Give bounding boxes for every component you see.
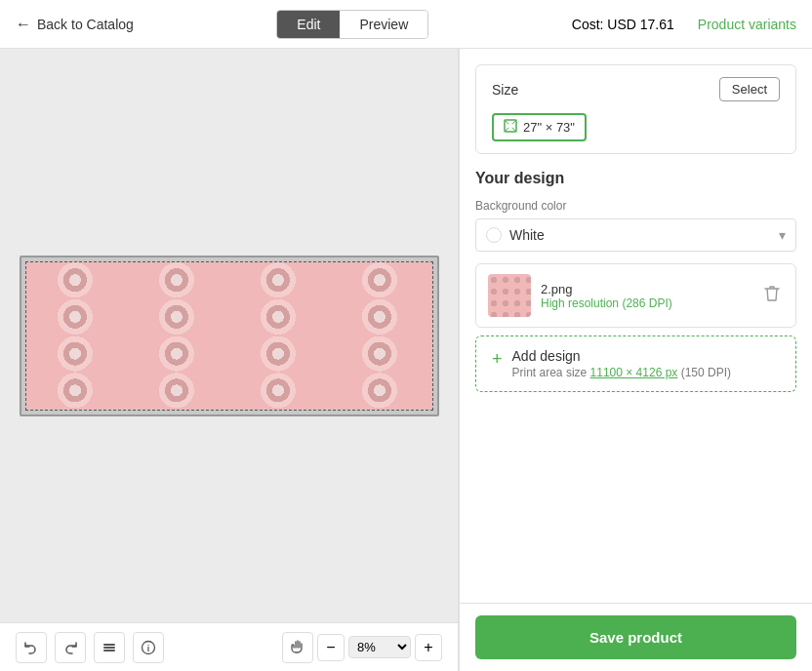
rug-container [20, 256, 439, 416]
canvas-column: i − 8% 25% 50% 100% + [0, 49, 458, 671]
right-panel-bottom: Save product [460, 603, 812, 671]
canvas-area [0, 49, 458, 622]
main-content: i − 8% 25% 50% 100% + [0, 49, 812, 671]
size-select-button[interactable]: Select [719, 77, 780, 101]
bg-color-label: Background color [475, 199, 796, 213]
add-design-note-suffix: (150 DPI) [677, 366, 731, 379]
print-area-link[interactable]: 11100 × 4126 px [590, 366, 678, 379]
header-right: Cost: USD 17.61 Product variants [572, 17, 796, 32]
design-thumbnail [488, 274, 531, 317]
add-design-box[interactable]: + Add design Print area size 11100 × 412… [475, 336, 796, 392]
edit-preview-toggle: Edit Preview [276, 10, 428, 39]
svg-rect-2 [103, 650, 115, 651]
back-label: Back to Catalog [37, 17, 134, 32]
bg-color-value: White [509, 227, 545, 243]
design-filename: 2.png [541, 282, 751, 296]
back-arrow-icon: ← [16, 16, 31, 33]
undo-button[interactable] [16, 632, 47, 663]
top-bar: ← Back to Catalog Edit Preview Cost: USD… [0, 0, 812, 49]
your-design-section: Your design Background color White ▾ 2. [475, 170, 796, 392]
bottom-toolbar: i − 8% 25% 50% 100% + [0, 622, 458, 671]
your-design-title: Your design [475, 170, 796, 187]
size-option[interactable]: 27" × 73" [492, 113, 587, 141]
redo-button[interactable] [55, 632, 86, 663]
design-thumbnail-pattern [488, 274, 531, 317]
design-resolution: High resolution (286 DPI) [541, 296, 751, 310]
dropdown-arrow-icon: ▾ [779, 227, 786, 243]
zoom-out-button[interactable]: − [317, 634, 345, 661]
product-variants-link[interactable]: Product variants [698, 17, 796, 32]
zoom-select[interactable]: 8% 25% 50% 100% [348, 636, 411, 658]
save-product-button[interactable]: Save product [475, 615, 796, 659]
design-file-item: 2.png High resolution (286 DPI) [475, 263, 796, 328]
right-panel-content: Size Select 27" × 73" Your design Backgr… [460, 49, 812, 603]
add-design-note-prefix: Print area size [512, 366, 590, 379]
hand-tool-button[interactable] [282, 632, 313, 663]
svg-text:i: i [147, 644, 150, 653]
svg-rect-0 [103, 644, 115, 646]
info-button[interactable]: i [133, 632, 164, 663]
zoom-controls: − 8% 25% 50% 100% + [282, 632, 442, 663]
size-label: Size [492, 82, 518, 98]
back-to-catalog-link[interactable]: ← Back to Catalog [16, 16, 134, 33]
bg-color-select[interactable]: White ▾ [475, 218, 796, 252]
preview-button[interactable]: Preview [340, 11, 427, 38]
cost-label: Cost: USD 17.61 [572, 17, 674, 32]
zoom-in-button[interactable]: + [415, 634, 442, 661]
add-design-label: Add design [512, 348, 731, 364]
rug-pattern [26, 262, 432, 410]
selected-size-value: 27" × 73" [523, 120, 575, 135]
size-header: Size Select [492, 77, 780, 101]
edit-button[interactable]: Edit [277, 11, 340, 38]
layers-button[interactable] [94, 632, 125, 663]
delete-design-button[interactable] [760, 281, 784, 310]
right-panel: Size Select 27" × 73" Your design Backgr… [459, 49, 812, 671]
add-design-info: Add design Print area size 11100 × 4126 … [512, 348, 731, 379]
rug-inner [25, 261, 433, 411]
design-info: 2.png High resolution (286 DPI) [541, 282, 751, 310]
svg-rect-1 [103, 647, 115, 649]
color-circle-white [486, 227, 502, 243]
resize-icon [504, 119, 517, 136]
size-section: Size Select 27" × 73" [475, 64, 796, 154]
plus-icon: + [492, 349, 503, 370]
add-design-note: Print area size 11100 × 4126 px (150 DPI… [512, 366, 731, 379]
